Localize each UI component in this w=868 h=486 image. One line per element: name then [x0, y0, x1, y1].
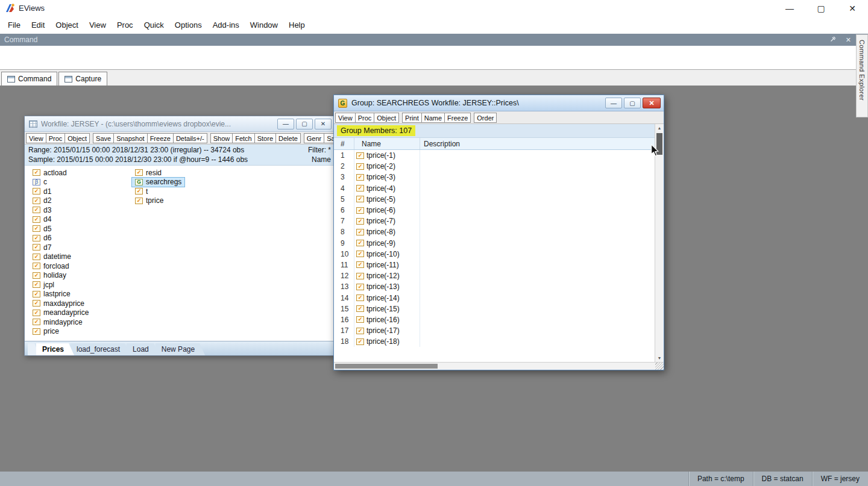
workfile-toolbar-button[interactable]: Genr — [304, 133, 324, 143]
workfile-object[interactable]: searchregs — [132, 178, 184, 187]
workfile-toolbar-button[interactable]: View — [26, 133, 46, 143]
resize-grip[interactable] — [655, 363, 664, 370]
workfile-toolbar-button[interactable]: Proc — [46, 133, 66, 143]
workfile-toolbar-button[interactable]: Store — [254, 133, 276, 143]
group-member-row[interactable]: 8 tprice(-8) — [334, 226, 655, 237]
menu-item[interactable]: Edit — [26, 17, 50, 33]
command-panel-tab[interactable]: Capture — [58, 72, 107, 86]
group-member-row[interactable]: 17 tprice(-17) — [334, 325, 655, 336]
workfile-toolbar-button[interactable]: Details+/- — [173, 133, 207, 143]
workfile-object[interactable]: d4 — [30, 215, 54, 225]
group-toolbar-button[interactable]: Print — [402, 113, 422, 123]
app-maximize-button[interactable]: ▢ — [805, 0, 837, 16]
group-toolbar-button[interactable]: Freeze — [444, 113, 471, 123]
menu-item[interactable]: Proc — [112, 17, 139, 33]
menu-item[interactable]: Window — [245, 17, 283, 33]
group-member-row[interactable]: 18 tprice(-18) — [334, 336, 655, 347]
app-close-button[interactable]: ✕ — [837, 0, 868, 16]
group-toolbar-button[interactable]: Proc — [355, 113, 375, 123]
column-header-description[interactable]: Description — [420, 138, 655, 149]
menu-item[interactable]: Options — [169, 17, 207, 33]
workfile-toolbar-button[interactable]: Show — [210, 133, 233, 143]
workfile-toolbar-button[interactable]: Object — [64, 133, 90, 143]
workfile-object[interactable]: holiday — [30, 271, 69, 281]
group-member-row[interactable]: 7 tprice(-7) — [334, 216, 655, 226]
page-tab[interactable]: Prices — [36, 343, 74, 355]
group-toolbar-button[interactable]: View — [335, 113, 356, 123]
app-minimize-button[interactable]: — — [774, 0, 805, 16]
workfile-object[interactable]: tprice — [132, 196, 166, 206]
group-toolbar-button[interactable]: Order — [474, 113, 497, 123]
workfile-object[interactable]: mindayprice — [30, 317, 86, 327]
group-toolbar-button[interactable]: Object — [374, 113, 399, 123]
workfile-maximize-button[interactable]: ▢ — [296, 119, 313, 129]
group-member-row[interactable]: 5 tprice(-5) — [334, 194, 655, 205]
workfile-object[interactable]: meandayprice — [30, 308, 92, 318]
horizontal-scrollbar[interactable] — [334, 362, 664, 370]
group-member-row[interactable]: 3 tprice(-3) — [334, 172, 655, 182]
menu-item[interactable]: File — [2, 17, 26, 33]
workfile-toolbar-button[interactable]: Delete — [275, 133, 301, 143]
group-member-row[interactable]: 2 tprice(-2) — [334, 161, 655, 172]
workfile-object[interactable]: d7 — [30, 243, 54, 252]
column-header-name[interactable]: Name — [354, 138, 420, 149]
workfile-titlebar[interactable]: Workfile: JERSEY - (c:\users\thomm\eview… — [25, 116, 335, 132]
workfile-object[interactable]: d5 — [30, 224, 54, 234]
page-tab[interactable]: New Page — [156, 343, 205, 355]
workfile-object[interactable]: d3 — [30, 205, 54, 215]
menu-item[interactable]: Help — [283, 17, 310, 33]
workfile-toolbar-button[interactable]: Save — [93, 133, 114, 143]
group-minimize-button[interactable]: — — [605, 98, 622, 108]
group-member-row[interactable]: 9 tprice(-9) — [334, 238, 655, 249]
menu-item[interactable]: Object — [50, 17, 84, 33]
menu-item[interactable]: Add-ins — [207, 17, 245, 33]
workfile-minimize-button[interactable]: — — [277, 119, 294, 129]
scroll-up-icon[interactable] — [655, 124, 664, 132]
group-member-row[interactable]: 10 tprice(-10) — [334, 249, 655, 260]
status-bar: Path = c:\tempDB = statcanWF = jersey — [0, 472, 868, 486]
workfile-object[interactable]: maxdayprice — [30, 299, 87, 308]
column-header-num[interactable]: # — [334, 138, 354, 149]
vertical-scrollbar[interactable] — [655, 124, 664, 362]
command-input[interactable] — [0, 46, 868, 70]
group-member-row[interactable]: 14 tprice(-14) — [334, 292, 655, 303]
workfile-object[interactable]: t — [132, 187, 151, 196]
workfile-object[interactable]: price — [30, 327, 62, 337]
workfile-object[interactable]: datetime — [30, 252, 74, 262]
group-maximize-button[interactable]: ▢ — [624, 98, 641, 108]
group-toolbar-button[interactable]: Name — [421, 113, 445, 123]
workfile-object[interactable]: d1 — [30, 187, 54, 196]
workfile-object[interactable]: lastprice — [30, 290, 74, 299]
workfile-object[interactable]: d2 — [30, 196, 54, 206]
workfile-object[interactable]: c — [30, 178, 50, 187]
workfile-object[interactable]: d6 — [30, 234, 54, 243]
group-member-row[interactable]: 12 tprice(-12) — [334, 270, 655, 281]
menu-item[interactable]: View — [84, 17, 112, 33]
command-panel-tab[interactable]: Command — [1, 72, 57, 86]
workfile-object[interactable]: forcload — [30, 261, 72, 271]
scroll-down-icon[interactable] — [655, 354, 664, 362]
workfile-toolbar-button[interactable]: Snapshot — [113, 133, 147, 143]
workfile-object[interactable]: actload — [30, 168, 70, 178]
horizontal-scrollbar-thumb[interactable] — [335, 364, 438, 369]
group-member-row[interactable]: 16 tprice(-16) — [334, 314, 655, 325]
menu-item[interactable]: Quick — [139, 17, 169, 33]
group-member-row[interactable]: 4 tprice(-4) — [334, 183, 655, 194]
workfile-toolbar-button[interactable]: Freeze — [147, 133, 174, 143]
workfile-object[interactable]: jcpl — [30, 280, 57, 290]
group-member-row[interactable]: 15 tprice(-15) — [334, 304, 655, 314]
page-tab[interactable]: Load — [127, 343, 159, 355]
group-titlebar[interactable]: G Group: SEARCHREGS Workfile: JERSEY::Pr… — [334, 95, 664, 111]
command-explorer-strip[interactable]: Command Explorer — [856, 34, 868, 117]
close-panel-icon[interactable]: ✕ — [846, 37, 851, 43]
pin-icon[interactable] — [830, 36, 836, 43]
workfile-object[interactable]: resid — [132, 168, 165, 178]
group-member-row[interactable]: 6 tprice(-6) — [334, 205, 655, 216]
workfile-close-button[interactable]: ✕ — [315, 119, 332, 129]
group-close-button[interactable]: ✕ — [643, 98, 661, 108]
group-member-row[interactable]: 11 tprice(-11) — [334, 260, 655, 270]
page-tab[interactable]: load_forecast — [71, 343, 130, 355]
group-member-row[interactable]: 1 tprice(-1) — [334, 150, 655, 161]
group-member-row[interactable]: 13 tprice(-13) — [334, 281, 655, 292]
workfile-toolbar-button[interactable]: Fetch — [232, 133, 255, 143]
